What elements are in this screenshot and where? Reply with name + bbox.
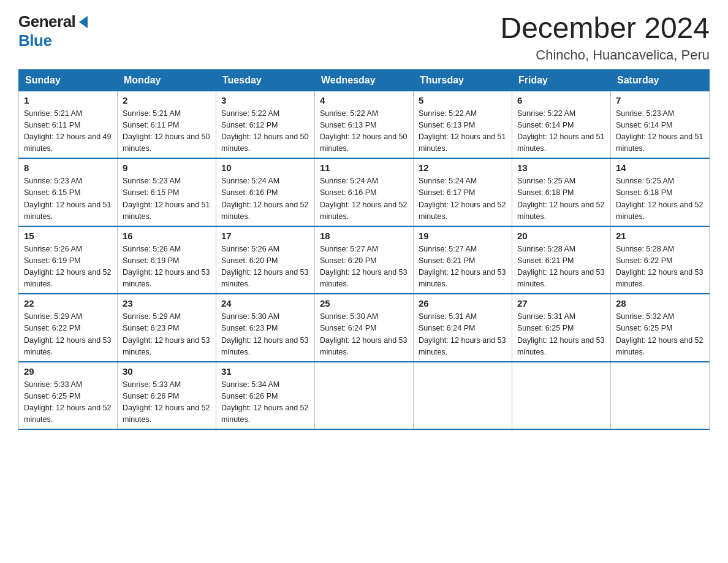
day-number: 16 xyxy=(123,231,211,241)
day-number: 30 xyxy=(123,366,211,377)
day-info: Sunrise: 5:22 AMSunset: 6:14 PMDaylight:… xyxy=(517,109,604,153)
calendar-cell: 27 Sunrise: 5:31 AMSunset: 6:25 PMDaylig… xyxy=(512,294,611,362)
day-number: 18 xyxy=(320,231,408,241)
page-subtitle: Chincho, Huancavelica, Peru xyxy=(500,47,710,63)
day-number: 11 xyxy=(320,163,408,173)
calendar-header: SundayMondayTuesdayWednesdayThursdayFrid… xyxy=(19,69,710,91)
day-number: 1 xyxy=(24,95,112,105)
calendar-cell: 31 Sunrise: 5:34 AMSunset: 6:26 PMDaylig… xyxy=(216,362,315,430)
calendar-cell: 2 Sunrise: 5:21 AMSunset: 6:11 PMDayligh… xyxy=(118,91,216,158)
day-number: 26 xyxy=(419,298,507,308)
calendar-cell: 29 Sunrise: 5:33 AMSunset: 6:25 PMDaylig… xyxy=(19,362,118,430)
logo-general-text: General xyxy=(18,12,75,31)
day-number: 5 xyxy=(419,95,507,105)
day-info: Sunrise: 5:28 AMSunset: 6:21 PMDaylight:… xyxy=(517,245,604,288)
day-number: 2 xyxy=(123,95,211,105)
calendar-body: 1 Sunrise: 5:21 AMSunset: 6:11 PMDayligh… xyxy=(19,91,710,429)
page-title: December 2024 xyxy=(500,12,710,45)
day-info: Sunrise: 5:27 AMSunset: 6:20 PMDaylight:… xyxy=(320,245,407,288)
day-info: Sunrise: 5:25 AMSunset: 6:18 PMDaylight:… xyxy=(616,177,703,220)
day-number: 8 xyxy=(24,163,112,173)
day-number: 15 xyxy=(24,231,112,241)
day-info: Sunrise: 5:29 AMSunset: 6:23 PMDaylight:… xyxy=(123,312,210,356)
page-header: General Blue December 2024 Chincho, Huan… xyxy=(18,12,710,63)
calendar-cell xyxy=(512,362,611,430)
calendar-cell xyxy=(315,362,414,430)
calendar-cell: 23 Sunrise: 5:29 AMSunset: 6:23 PMDaylig… xyxy=(118,294,216,362)
header-row: SundayMondayTuesdayWednesdayThursdayFrid… xyxy=(19,69,710,91)
calendar-cell: 21 Sunrise: 5:28 AMSunset: 6:22 PMDaylig… xyxy=(611,226,710,294)
day-number: 12 xyxy=(419,163,507,173)
day-info: Sunrise: 5:34 AMSunset: 6:26 PMDaylight:… xyxy=(221,380,308,424)
day-info: Sunrise: 5:23 AMSunset: 6:14 PMDaylight:… xyxy=(616,109,703,153)
calendar-cell xyxy=(414,362,512,430)
calendar-cell: 25 Sunrise: 5:30 AMSunset: 6:24 PMDaylig… xyxy=(315,294,414,362)
day-info: Sunrise: 5:26 AMSunset: 6:19 PMDaylight:… xyxy=(123,245,210,288)
calendar-cell: 20 Sunrise: 5:28 AMSunset: 6:21 PMDaylig… xyxy=(512,226,611,294)
day-info: Sunrise: 5:24 AMSunset: 6:17 PMDaylight:… xyxy=(419,177,506,220)
header-saturday: Saturday xyxy=(611,69,710,91)
day-number: 13 xyxy=(517,163,605,173)
calendar-cell: 26 Sunrise: 5:31 AMSunset: 6:24 PMDaylig… xyxy=(414,294,512,362)
header-monday: Monday xyxy=(118,69,216,91)
day-info: Sunrise: 5:29 AMSunset: 6:22 PMDaylight:… xyxy=(24,312,111,356)
calendar-cell: 22 Sunrise: 5:29 AMSunset: 6:22 PMDaylig… xyxy=(19,294,118,362)
header-friday: Friday xyxy=(512,69,611,91)
header-sunday: Sunday xyxy=(19,69,118,91)
day-info: Sunrise: 5:24 AMSunset: 6:16 PMDaylight:… xyxy=(320,177,407,220)
day-number: 7 xyxy=(616,95,704,105)
calendar-cell: 19 Sunrise: 5:27 AMSunset: 6:21 PMDaylig… xyxy=(414,226,512,294)
calendar-cell: 1 Sunrise: 5:21 AMSunset: 6:11 PMDayligh… xyxy=(19,91,118,158)
day-number: 29 xyxy=(24,366,112,377)
calendar-cell: 3 Sunrise: 5:22 AMSunset: 6:12 PMDayligh… xyxy=(216,91,315,158)
title-area: December 2024 Chincho, Huancavelica, Per… xyxy=(500,12,710,63)
day-number: 21 xyxy=(616,231,704,241)
day-number: 20 xyxy=(517,231,605,241)
calendar-cell: 13 Sunrise: 5:25 AMSunset: 6:18 PMDaylig… xyxy=(512,158,611,226)
calendar-week-3: 15 Sunrise: 5:26 AMSunset: 6:19 PMDaylig… xyxy=(19,226,710,294)
calendar-cell: 28 Sunrise: 5:32 AMSunset: 6:25 PMDaylig… xyxy=(611,294,710,362)
day-info: Sunrise: 5:30 AMSunset: 6:24 PMDaylight:… xyxy=(320,312,407,356)
day-number: 24 xyxy=(221,298,309,308)
day-info: Sunrise: 5:24 AMSunset: 6:16 PMDaylight:… xyxy=(221,177,308,220)
calendar-cell: 30 Sunrise: 5:33 AMSunset: 6:26 PMDaylig… xyxy=(118,362,216,430)
day-info: Sunrise: 5:26 AMSunset: 6:20 PMDaylight:… xyxy=(221,245,308,288)
calendar-week-2: 8 Sunrise: 5:23 AMSunset: 6:15 PMDayligh… xyxy=(19,158,710,226)
day-info: Sunrise: 5:30 AMSunset: 6:23 PMDaylight:… xyxy=(221,312,308,356)
day-number: 3 xyxy=(221,95,309,105)
day-number: 27 xyxy=(517,298,605,308)
day-number: 17 xyxy=(221,231,309,241)
day-info: Sunrise: 5:22 AMSunset: 6:12 PMDaylight:… xyxy=(221,109,308,153)
day-info: Sunrise: 5:31 AMSunset: 6:25 PMDaylight:… xyxy=(517,312,604,356)
day-info: Sunrise: 5:22 AMSunset: 6:13 PMDaylight:… xyxy=(419,109,506,153)
day-number: 23 xyxy=(123,298,211,308)
calendar-week-4: 22 Sunrise: 5:29 AMSunset: 6:22 PMDaylig… xyxy=(19,294,710,362)
day-info: Sunrise: 5:32 AMSunset: 6:25 PMDaylight:… xyxy=(616,312,703,356)
calendar-cell: 14 Sunrise: 5:25 AMSunset: 6:18 PMDaylig… xyxy=(611,158,710,226)
calendar-cell: 5 Sunrise: 5:22 AMSunset: 6:13 PMDayligh… xyxy=(414,91,512,158)
calendar-cell: 7 Sunrise: 5:23 AMSunset: 6:14 PMDayligh… xyxy=(611,91,710,158)
day-number: 14 xyxy=(616,163,704,173)
logo-triangle-icon xyxy=(79,16,88,28)
calendar-cell: 18 Sunrise: 5:27 AMSunset: 6:20 PMDaylig… xyxy=(315,226,414,294)
calendar-cell: 16 Sunrise: 5:26 AMSunset: 6:19 PMDaylig… xyxy=(118,226,216,294)
day-info: Sunrise: 5:21 AMSunset: 6:11 PMDaylight:… xyxy=(123,109,210,153)
calendar-table: SundayMondayTuesdayWednesdayThursdayFrid… xyxy=(18,69,710,431)
calendar-cell: 12 Sunrise: 5:24 AMSunset: 6:17 PMDaylig… xyxy=(414,158,512,226)
day-info: Sunrise: 5:23 AMSunset: 6:15 PMDaylight:… xyxy=(24,177,111,220)
calendar-cell: 9 Sunrise: 5:23 AMSunset: 6:15 PMDayligh… xyxy=(118,158,216,226)
day-number: 31 xyxy=(221,366,309,377)
day-number: 9 xyxy=(123,163,211,173)
calendar-week-5: 29 Sunrise: 5:33 AMSunset: 6:25 PMDaylig… xyxy=(19,362,710,430)
day-number: 19 xyxy=(419,231,507,241)
calendar-cell: 10 Sunrise: 5:24 AMSunset: 6:16 PMDaylig… xyxy=(216,158,315,226)
calendar-cell: 17 Sunrise: 5:26 AMSunset: 6:20 PMDaylig… xyxy=(216,226,315,294)
calendar-cell: 6 Sunrise: 5:22 AMSunset: 6:14 PMDayligh… xyxy=(512,91,611,158)
day-number: 22 xyxy=(24,298,112,308)
day-number: 10 xyxy=(221,163,309,173)
day-info: Sunrise: 5:28 AMSunset: 6:22 PMDaylight:… xyxy=(616,245,703,288)
calendar-cell xyxy=(611,362,710,430)
day-info: Sunrise: 5:31 AMSunset: 6:24 PMDaylight:… xyxy=(419,312,506,356)
day-number: 6 xyxy=(517,95,605,105)
day-info: Sunrise: 5:33 AMSunset: 6:25 PMDaylight:… xyxy=(24,380,111,424)
